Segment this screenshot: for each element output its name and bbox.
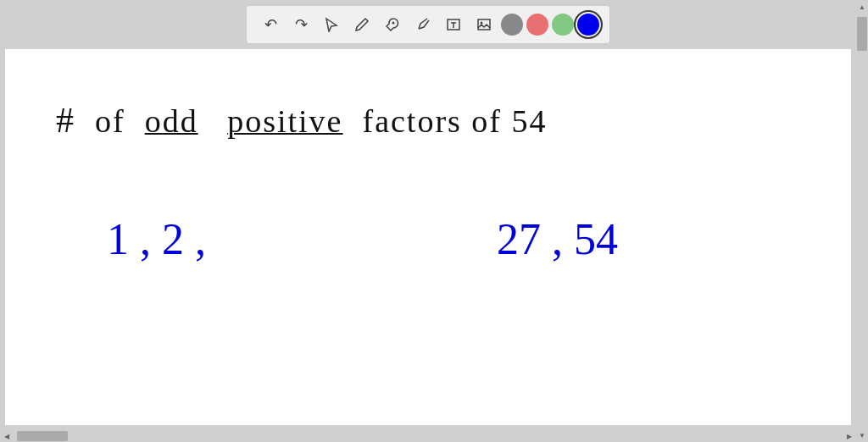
scroll-up-arrow[interactable]: ▲: [856, 0, 868, 14]
text-tool-button[interactable]: [440, 11, 467, 38]
canvas-content: # of odd positive factors of 54 1 , 2 , …: [5, 49, 851, 425]
bottom-scrollbar-track[interactable]: [14, 430, 843, 442]
main-area: ↶ ↷: [0, 0, 868, 442]
canvas-area: # of odd positive factors of 54 1 , 2 , …: [5, 49, 851, 425]
tools-button[interactable]: [379, 11, 406, 38]
toolbar: ↶ ↷: [246, 5, 610, 44]
pencil-tool-button[interactable]: [348, 11, 376, 38]
factors-left: 1 , 2 ,: [107, 214, 206, 264]
select-tool-button[interactable]: [318, 11, 345, 38]
color-gray[interactable]: [501, 14, 523, 36]
bottom-scrollbar: ◀ ▶: [0, 430, 856, 442]
title-line: # of odd positive factors of 54: [56, 100, 548, 141]
svg-rect-2: [478, 19, 490, 30]
redo-button[interactable]: ↷: [287, 11, 314, 38]
word-odd: odd: [145, 103, 198, 139]
image-tool-button[interactable]: [470, 11, 498, 38]
bottom-scrollbar-thumb[interactable]: [17, 431, 68, 441]
scroll-left-arrow[interactable]: ◀: [0, 430, 14, 442]
canvas-wrapper: ↶ ↷: [0, 0, 856, 442]
hash-symbol: #: [56, 101, 75, 140]
word-positive: positive: [227, 103, 342, 139]
right-scrollbar-thumb[interactable]: [857, 17, 867, 51]
color-pink[interactable]: [526, 14, 548, 36]
pen-tool-button[interactable]: [409, 11, 437, 38]
color-green[interactable]: [552, 14, 574, 36]
right-scrollbar: ▲ ▼: [856, 0, 868, 442]
scroll-right-arrow[interactable]: ▶: [843, 430, 856, 442]
factors-right: 27 , 54: [497, 214, 618, 264]
right-scrollbar-track[interactable]: [856, 14, 868, 428]
scroll-down-arrow[interactable]: ▼: [856, 428, 868, 442]
svg-point-0: [392, 22, 395, 25]
color-blue[interactable]: [577, 14, 599, 36]
undo-button[interactable]: ↶: [257, 11, 284, 38]
